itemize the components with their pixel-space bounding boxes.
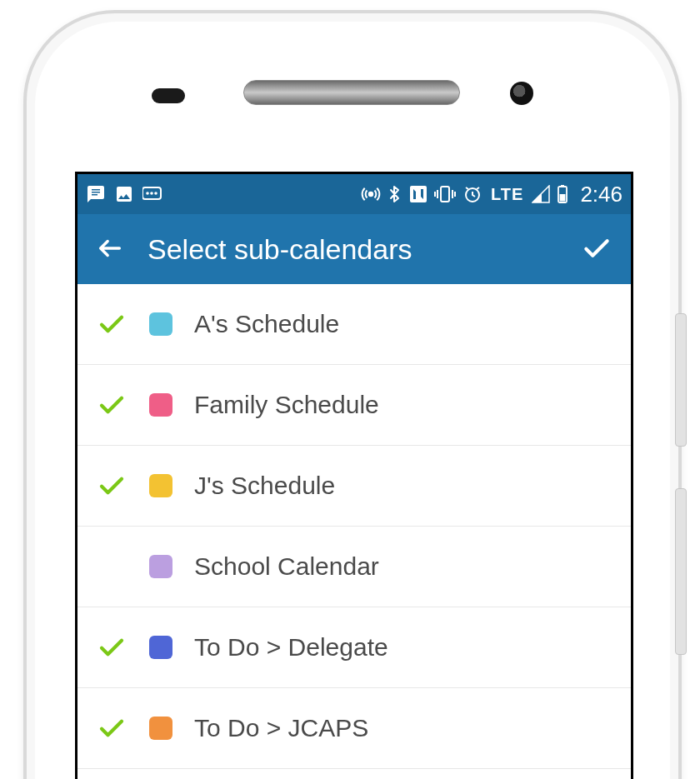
- calendar-label: J's Schedule: [194, 472, 335, 500]
- checkmark-icon: [97, 713, 127, 743]
- network-type-label: LTE: [491, 185, 523, 204]
- calendar-list: A's ScheduleFamily ScheduleJ's ScheduleS…: [78, 284, 631, 769]
- message-icon: [86, 184, 106, 204]
- calendar-row[interactable]: A's Schedule: [78, 284, 631, 365]
- calendar-label: A's Schedule: [194, 310, 339, 338]
- calendar-label: To Do > Delegate: [194, 633, 388, 662]
- more-icon: [142, 184, 164, 204]
- color-swatch: [149, 393, 172, 417]
- back-button[interactable]: [92, 231, 128, 268]
- speaker-grille: [243, 80, 460, 105]
- color-swatch: [149, 312, 172, 336]
- svg-point-2: [150, 192, 153, 195]
- app-bar: Select sub-calendars: [78, 214, 631, 284]
- alarm-icon: [462, 184, 482, 204]
- svg-point-4: [369, 192, 372, 196]
- checkmark-icon: [97, 632, 127, 662]
- bluetooth-icon: [388, 184, 402, 204]
- status-bar: LTE 2:46: [78, 174, 631, 214]
- calendar-label: Family Schedule: [194, 391, 379, 419]
- checkmark-icon: [97, 309, 127, 339]
- color-swatch: [149, 474, 172, 497]
- vibrate-icon: [434, 185, 456, 203]
- image-icon: [114, 184, 134, 204]
- selection-check: [96, 713, 128, 743]
- confirm-button[interactable]: [578, 229, 616, 270]
- color-swatch: [149, 717, 172, 740]
- proximity-sensor: [152, 88, 185, 103]
- calendar-row[interactable]: To Do > Delegate: [78, 607, 631, 688]
- calendar-label: To Do > JCAPS: [194, 714, 368, 742]
- hotspot-icon: [361, 184, 381, 204]
- svg-rect-5: [410, 186, 427, 202]
- signal-icon: [532, 185, 550, 203]
- selection-check: [96, 309, 128, 339]
- color-swatch: [149, 555, 172, 578]
- nfc-icon: [409, 185, 428, 203]
- selection-check: [96, 632, 128, 662]
- calendar-label: School Calendar: [194, 552, 379, 581]
- svg-rect-9: [561, 185, 564, 187]
- calendar-row[interactable]: To Do > JCAPS: [78, 688, 631, 769]
- svg-point-3: [154, 192, 158, 195]
- calendar-row[interactable]: School Calendar: [78, 527, 631, 607]
- battery-icon: [557, 184, 568, 204]
- page-title: Select sub-calendars: [148, 233, 412, 266]
- svg-rect-6: [441, 187, 449, 202]
- svg-point-1: [146, 192, 149, 195]
- clock-label: 2:46: [580, 182, 622, 207]
- status-left: [86, 184, 164, 204]
- volume-down-button: [675, 488, 687, 655]
- checkmark-icon: [97, 471, 127, 501]
- calendar-row[interactable]: Family Schedule: [78, 365, 631, 446]
- volume-up-button: [675, 313, 687, 447]
- checkmark-icon: [97, 390, 127, 420]
- selection-check: [96, 390, 128, 420]
- color-swatch: [149, 636, 172, 659]
- phone-frame: LTE 2:46 Select sub-calendars A's Schedu…: [23, 10, 682, 779]
- device-screen: LTE 2:46 Select sub-calendars A's Schedu…: [75, 172, 633, 779]
- calendar-row[interactable]: J's Schedule: [78, 446, 631, 527]
- svg-rect-10: [560, 194, 566, 202]
- status-right: LTE 2:46: [361, 182, 622, 207]
- front-camera: [510, 82, 533, 105]
- selection-check: [96, 471, 128, 501]
